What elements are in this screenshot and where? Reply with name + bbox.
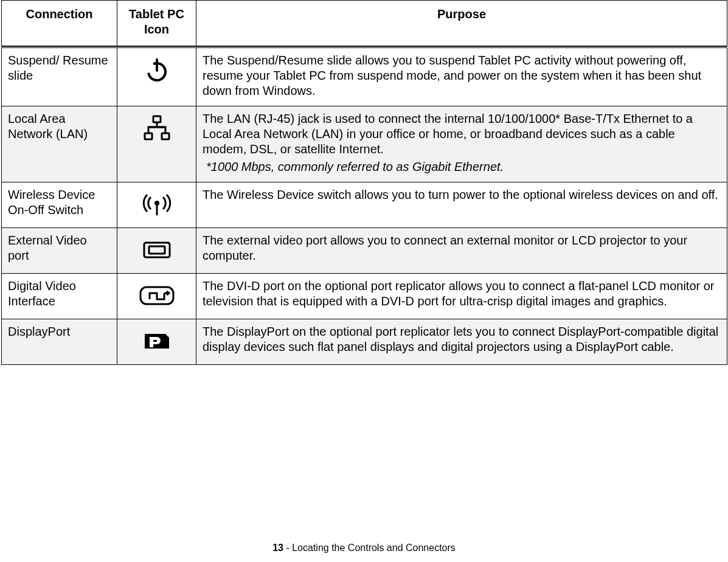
- table-header-row: Connection Tablet PC Icon Purpose: [2, 1, 727, 46]
- external-video-icon: [143, 240, 171, 260]
- icon-cell: [117, 274, 196, 319]
- connections-table: Connection Tablet PC Icon Purpose Suspen…: [1, 0, 727, 365]
- power-icon: [144, 57, 170, 83]
- lan-icon: [142, 115, 172, 142]
- table-row: Wireless Device On-Off Switch The Wirele…: [2, 182, 727, 228]
- table-row: Suspend/ Resume slide The Suspend/Resume…: [2, 47, 727, 106]
- connection-name: External Video port: [2, 228, 117, 274]
- connection-name: Suspend/ Resume slide: [2, 47, 117, 106]
- page-footer: 13 - Locating the Controls and Connector…: [0, 543, 728, 553]
- svg-rect-10: [153, 340, 157, 342]
- svg-rect-3: [145, 133, 152, 139]
- connection-name: Wireless Device On-Off Switch: [2, 182, 117, 228]
- purpose-text: The Wireless Device switch allows you to…: [203, 187, 721, 203]
- header-icon: Tablet PC Icon: [117, 1, 196, 46]
- purpose-cell: The DisplayPort on the optional port rep…: [196, 319, 727, 365]
- purpose-cell: The LAN (RJ-45) jack is used to connect …: [196, 106, 727, 182]
- footer-section: Locating the Controls and Connectors: [292, 543, 456, 553]
- svg-rect-4: [162, 133, 169, 139]
- purpose-text: The external video port allows you to co…: [203, 233, 721, 263]
- table-row: DisplayPort The DisplayPort on the optio…: [2, 319, 727, 365]
- purpose-text: The LAN (RJ-45) jack is used to connect …: [203, 111, 721, 157]
- connection-name: Digital Video Interface: [2, 274, 117, 319]
- table-row: External Video port The external video p…: [2, 228, 727, 274]
- page-number: 13: [272, 543, 283, 553]
- purpose-cell: The DVI-D port on the optional port repl…: [196, 274, 727, 319]
- purpose-text: The Suspend/Resume slide allows you to s…: [203, 53, 721, 99]
- icon-cell: [117, 319, 196, 365]
- purpose-cell: The external video port allows you to co…: [196, 228, 727, 274]
- purpose-cell: The Suspend/Resume slide allows you to s…: [196, 47, 727, 106]
- dvi-icon: [139, 285, 175, 307]
- table-row: Digital Video Interface The DVI-D port o…: [2, 274, 727, 319]
- svg-rect-8: [149, 246, 165, 254]
- purpose-cell: The Wireless Device switch allows you to…: [196, 182, 727, 228]
- header-connection: Connection: [2, 1, 117, 46]
- purpose-text: The DVI-D port on the optional port repl…: [203, 279, 721, 309]
- connection-name: Local Area Network (LAN): [2, 106, 117, 182]
- icon-cell: [117, 106, 196, 182]
- connection-name: DisplayPort: [2, 319, 117, 365]
- icon-cell: [117, 47, 196, 106]
- svg-rect-7: [144, 243, 170, 257]
- displayport-icon: [142, 331, 172, 351]
- purpose-text: The DisplayPort on the optional port rep…: [203, 324, 721, 355]
- icon-cell: [117, 182, 196, 228]
- header-purpose: Purpose: [196, 1, 727, 46]
- footer-separator: -: [283, 543, 292, 553]
- svg-rect-2: [153, 116, 161, 122]
- table-row: Local Area Network (LAN) The LAN (RJ-45)…: [2, 106, 727, 182]
- wireless-icon: [140, 192, 173, 217]
- purpose-note: *1000 Mbps, commonly referred to as Giga…: [203, 159, 721, 175]
- icon-cell: [117, 228, 196, 274]
